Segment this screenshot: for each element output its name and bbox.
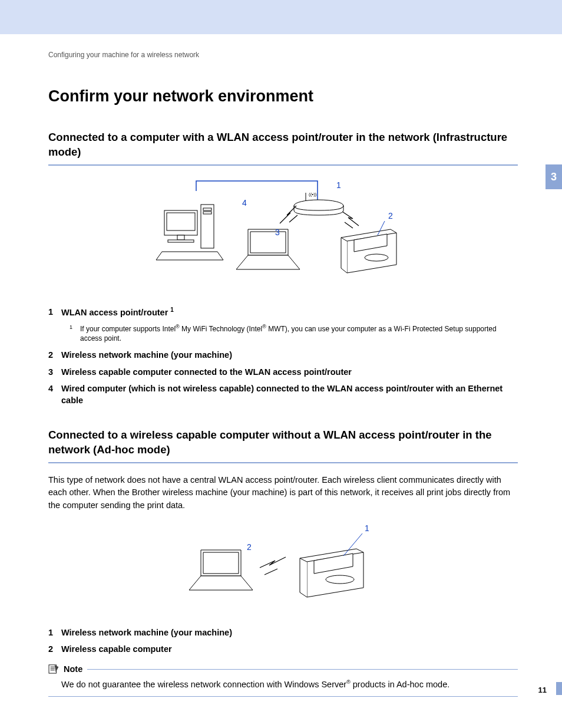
page-number-tab: [556, 682, 562, 695]
note-label: Note: [64, 664, 82, 674]
legend-item: 1 Wireless network machine (your machine…: [48, 627, 518, 638]
diagram1-label-2: 2: [388, 211, 393, 220]
note-rule-top: [87, 669, 518, 670]
legend-number: 4: [48, 383, 61, 407]
svg-line-13: [343, 533, 362, 556]
breadcrumb: Configuring your machine for a wireless …: [48, 51, 518, 59]
legend-item: 3 Wireless capable computer connected to…: [48, 366, 518, 378]
section-number-tab: 3: [546, 164, 562, 189]
legend-text: Wireless network machine (your machine): [61, 349, 232, 361]
svg-text:((•)): ((•)): [309, 192, 317, 197]
section1-rule: [48, 164, 518, 166]
footnote-text: If your computer supports Intel® My WiFi…: [80, 323, 518, 343]
section2-paragraph: This type of network does not have a cen…: [48, 474, 518, 512]
diagram-infrastructure: ((•)) 1 4 3: [48, 176, 518, 291]
router-icon: ((•)): [294, 192, 343, 215]
section1-legend: 1 WLAN access point/router 1 1 If your c…: [48, 306, 518, 407]
header-band: [0, 0, 562, 34]
section2-legend: 1 Wireless network machine (your machine…: [48, 627, 518, 655]
footnote: 1 If your computer supports Intel® My Wi…: [70, 323, 518, 343]
svg-rect-6: [168, 240, 194, 242]
svg-rect-9: [203, 212, 211, 214]
svg-rect-4: [167, 213, 195, 230]
legend-text: WLAN access point/router 1: [61, 306, 174, 318]
svg-point-10: [365, 254, 388, 261]
svg-line-11: [378, 221, 385, 235]
note-body: We do not guarantee the wireless network…: [61, 678, 518, 691]
legend-item: 2 Wireless network machine (your machine…: [48, 349, 518, 361]
laptop-icon: [189, 550, 253, 590]
diagram2-label-1: 1: [365, 523, 369, 533]
laptop-icon: [236, 229, 300, 269]
diagram1-label-3: 3: [275, 228, 280, 237]
legend-number: 1: [48, 306, 61, 318]
section1-heading: Connected to a computer with a WLAN acce…: [48, 130, 518, 160]
svg-rect-7: [201, 205, 214, 248]
legend-number: 2: [48, 643, 61, 655]
legend-number: 3: [48, 366, 61, 378]
legend-text: Wireless capable computer: [61, 643, 172, 655]
legend-text: Wired computer (which is not wireless ca…: [61, 383, 518, 407]
legend-text: Wireless network machine (your machine): [61, 627, 232, 638]
legend-text: Wireless capable computer connected to t…: [61, 366, 352, 378]
legend-item: 1 WLAN access point/router 1: [48, 306, 518, 318]
diagram1-label-4: 4: [242, 198, 247, 207]
svg-rect-5: [177, 235, 184, 240]
diagram-adhoc: 2 1: [48, 521, 518, 611]
printer-icon: [300, 549, 363, 597]
printer-icon: [341, 229, 396, 273]
page-title: Confirm your network environment: [48, 87, 518, 106]
legend-item: 2 Wireless capable computer: [48, 643, 518, 655]
svg-rect-8: [203, 208, 211, 210]
legend-item: 4 Wired computer (which is not wireless …: [48, 383, 518, 407]
svg-point-12: [326, 575, 354, 584]
legend-number: 2: [48, 349, 61, 361]
section2-rule: [48, 462, 518, 463]
legend-number: 1: [48, 627, 61, 638]
desktop-computer-icon: [156, 205, 223, 260]
note-icon: [48, 664, 59, 674]
diagram1-label-1: 1: [336, 180, 341, 190]
note-rule-bottom: [48, 696, 518, 697]
diagram2-label-2: 2: [247, 542, 252, 552]
note-block: Note We do not guarantee the wireless ne…: [48, 664, 518, 697]
section2-heading: Connected to a wireless capable computer…: [48, 428, 518, 457]
page-number: 11: [538, 686, 547, 694]
